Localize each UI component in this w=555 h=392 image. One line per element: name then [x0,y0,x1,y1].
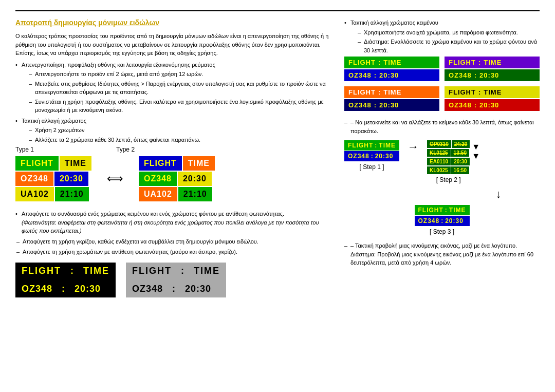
flight-time: 20:30 [375,153,394,160]
board-data-row: OZ348 20:30 [139,172,215,186]
flight-time: 20:30 [479,101,499,109]
time-label: TIME [77,263,116,279]
colon: : [478,59,481,66]
colon: : [445,207,448,214]
list-item: Απενεργοποίηση, προφύλαξη οθόνης και λει… [15,61,334,115]
colon: : [374,101,377,109]
steps-section: FLIGHT : TIME OZ348 : 20:30 [ Step 1 ] → [344,140,540,235]
colon: : [68,263,76,279]
sub-item: Συνιστάται η χρήση προφύλαξης οθόνης. Εί… [29,98,334,115]
board-header-row: FLIGHT TIME [15,156,91,171]
right-board-1: FLIGHT : TIME OZ348 : 20:30 [344,57,439,81]
step-note: – Να μετακινείτε και να αλλάζετε το κείμ… [344,118,540,135]
step-arrow-down: ↓ [457,188,540,201]
flight-label: FLIGHT [418,207,443,214]
sub-item: Χρήση 2 χρωμάτων [29,126,334,135]
type1-board: FLIGHT TIME OZ348 20:30 UA102 21:10 [15,156,91,201]
step2-area: OP0310 24:20 KL0125 13:50 EA0110 20:30 [427,140,480,183]
colon: : [474,101,477,109]
type2-label: Type 2 [116,146,135,153]
flight-cell: KL0025 [427,166,451,174]
flight-cell: OP0310 [427,140,451,148]
step-row-data: KL0125 13:50 [427,149,470,157]
time-label: TIME [60,156,91,171]
board-header-row: FLIGHT : TIME [15,263,116,279]
board-data-row2: UA102 21:10 [15,187,91,201]
step2-multi-board: OP0310 24:20 KL0125 13:50 EA0110 20:30 [427,140,470,174]
flight-label: FLIGHT [348,59,376,66]
colon: : [371,153,374,160]
scroll-arrows: ▼ ▼ [472,142,480,161]
step-row-data: EA0110 20:30 [427,158,470,165]
sub-item: Απενεργοποιήστε το προϊόν επί 2 ώρες, με… [29,70,334,79]
flight-time: 20:30 [68,281,107,297]
colon: : [375,142,377,149]
flight-num: OZ348 [126,281,169,297]
board-header-row: FLIGHT : TIME [126,263,226,279]
flight-time2: 21:10 [178,187,212,201]
time-label: TIME [183,156,215,171]
time-label: TIME [383,88,401,96]
flight-time: 20:30 [445,217,464,225]
step3-label: [ Step 3 ] [430,228,454,235]
flight-num: OZ348 [15,281,59,297]
step-row-data: OP0310 24:20 [427,140,470,148]
step3-area: FLIGHT : TIME OZ348 : 20:30 [ Step 3 ] [344,205,540,235]
colon: : [478,88,481,96]
board-data-row: OZ348 : 20:30 [15,281,116,297]
flight-num: OZ348 [418,217,440,225]
left-column: Αποτροπή δημιουργίας μόνιμων ειδώλων Ο κ… [15,18,334,297]
flight-label: FLIGHT [449,88,476,96]
flight-cell: KL0125 [427,149,451,157]
time-cell: 20:30 [451,158,470,165]
top-rule [15,10,540,11]
colon: : [378,59,381,66]
avoid-item: Αποφύγετε το συνδυασμό ενός χρώματος κει… [15,210,334,235]
flight-time: 20:30 [379,71,399,79]
time-cell: 13:50 [451,149,470,157]
step1-step2-row: FLIGHT : TIME OZ348 : 20:30 [ Step 1 ] → [344,140,540,183]
time-label: TIME [379,142,396,149]
time-label: TIME [484,88,502,96]
right-sub-item: Διάστημα: Εναλλάσσετε το χρώμα κειμένου … [358,38,540,54]
flight-time: 20:30 [178,172,212,186]
swap-arrow-icon: ⟺ [107,172,123,185]
time-label: TIME [449,207,466,214]
bottom-board-gray: FLIGHT : TIME OZ348 : 20:30 [126,263,226,297]
colon: : [474,71,477,79]
type2-board: FLIGHT TIME OZ348 20:30 UA102 21:10 [139,156,215,201]
flight-cell: EA0110 [427,158,451,165]
step1-board: FLIGHT : TIME OZ348 : 20:30 [344,140,399,161]
right-board-2: FLIGHT : TIME OZ348 : 20:30 [445,57,540,81]
sub-item: Αλλάζετε τα 2 χρώματα κάθε 30 λεπτά, όπω… [29,136,334,144]
colon: : [60,281,67,297]
flight-num: OZ348 [139,172,177,186]
right-sub-item: Χρησιμοποιήστε ανοιχτά χρώματα, με παρόμ… [358,28,540,37]
time-label: TIME [188,263,226,279]
board-data-row: OZ348 20:30 [15,172,91,186]
board-data-row: OZ348 : 20:30 [126,281,226,297]
flight-label: FLIGHT [15,263,67,279]
intro-text: Ο καλύτερος τρόπος προστασίας του προϊόν… [15,32,334,58]
flight-label: FLIGHT [348,142,373,149]
flight-label: FLIGHT [15,156,59,171]
types-row: FLIGHT TIME OZ348 20:30 UA102 21:10 ⟺ FL… [15,156,334,201]
bottom-note: – Τακτική προβολή μιας κινούμενης εικόνα… [344,241,540,267]
step2-label: [ Step 2 ] [427,176,470,183]
flight-label: FLIGHT [348,88,376,96]
flight-num2: UA102 [15,187,54,201]
bottom-boards-row: FLIGHT : TIME OZ348 : 20:30 FLIGHT : TIM… [15,263,334,297]
sub-list: Χρήση 2 χρωμάτων Αλλάζετε τα 2 χρώματα κ… [22,126,334,144]
flight-num2: UA102 [139,187,177,201]
flight-time: 20:30 [479,71,499,79]
step-arrow-right: → [408,140,419,162]
right-boards-grid: FLIGHT : TIME OZ348 : 20:30 FLIGHT : TIM… [344,57,540,111]
step1-label: [ Step 1 ] [344,163,399,171]
flight-label: FLIGHT [139,156,182,171]
flight-num: OZ348 [348,71,372,79]
flight-time: 20:30 [54,172,88,186]
colon: : [179,263,187,279]
right-bullet-item: Τακτική αλλαγή χρώματος κειμένου Χρησιμο… [344,18,540,54]
step1-area: FLIGHT : TIME OZ348 : 20:30 [ Step 1 ] [344,140,399,171]
flight-label: FLIGHT [449,59,476,66]
